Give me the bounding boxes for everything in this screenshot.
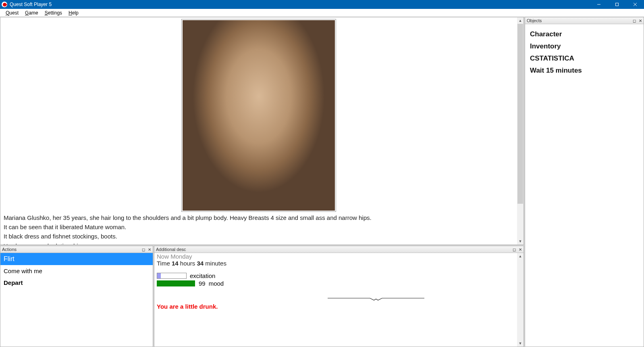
main-scrollbar[interactable]: ▲ ▼ xyxy=(517,17,524,245)
main-pane: Mariana Glushko, her 35 years, she hair … xyxy=(0,17,524,245)
actions-pane: Actions ◻ ✕ Flirt Come with me Depart xyxy=(0,246,153,347)
character-desc-3: It black dress and fishnet stockings, bo… xyxy=(2,232,515,241)
ornament-divider xyxy=(328,297,424,301)
action-come-with-me[interactable]: Come with me xyxy=(0,265,153,277)
pane-dock-icon[interactable]: ◻ xyxy=(141,247,146,252)
maximize-button[interactable] xyxy=(608,0,626,9)
pane-close-icon[interactable]: ✕ xyxy=(638,18,643,23)
titlebar: Quest Soft Player 5 xyxy=(0,0,644,9)
app-title: Quest Soft Player 5 xyxy=(10,2,52,7)
objects-pane: Objects ◻ ✕ Character Inventory CSTATIST… xyxy=(525,17,644,347)
addl-content: Now Monday Time 14 hours 34 minutes exci… xyxy=(154,253,524,347)
menu-settings[interactable]: Settings xyxy=(42,9,65,17)
object-character[interactable]: Character xyxy=(530,28,639,40)
mood-bar xyxy=(157,280,195,286)
pane-close-icon[interactable]: ✕ xyxy=(147,247,152,252)
objects-header: Objects ◻ ✕ xyxy=(525,17,644,24)
scroll-up-icon[interactable]: ▲ xyxy=(517,17,524,24)
scroll-up-icon[interactable]: ▲ xyxy=(517,253,524,259)
object-wait-15[interactable]: Wait 15 minutes xyxy=(530,65,639,77)
menubar: Quest Game Settings Help xyxy=(0,9,644,17)
time-line: Time 14 hours 34 minutes xyxy=(157,260,521,267)
bottom-row: Actions ◻ ✕ Flirt Come with me Depart Ad… xyxy=(0,246,524,347)
action-flirt[interactable]: Flirt xyxy=(0,253,153,265)
character-desc-4: You have a good relationship xyxy=(2,241,515,245)
svg-rect-1 xyxy=(615,3,618,6)
additional-desc-pane: Additional desc ◻ ✕ Now Monday Time 14 h… xyxy=(154,246,524,347)
now-day: Now Monday xyxy=(157,253,521,260)
object-inventory[interactable]: Inventory xyxy=(530,40,639,52)
character-desc-1: Mariana Glushko, her 35 years, she hair … xyxy=(2,213,515,222)
actions-list: Flirt Come with me Depart xyxy=(0,253,153,347)
mood-value: 99 xyxy=(199,280,206,287)
object-cstatistica[interactable]: CSTATISTICA xyxy=(530,52,639,65)
character-desc-2: It can be seen that it liberated Mature … xyxy=(2,222,515,232)
mood-label: mood xyxy=(209,280,224,287)
addl-scrollbar[interactable]: ▲ ▼ xyxy=(517,253,524,347)
excitation-label: excitation xyxy=(190,272,215,279)
scroll-down-icon[interactable]: ▼ xyxy=(517,238,524,245)
objects-header-label: Objects xyxy=(527,18,542,23)
character-image xyxy=(181,19,336,212)
minimize-button[interactable] xyxy=(590,0,608,9)
main-content: Mariana Glushko, her 35 years, she hair … xyxy=(0,17,517,245)
objects-list: Character Inventory CSTATISTICA Wait 15 … xyxy=(525,24,644,81)
scroll-down-icon[interactable]: ▼ xyxy=(517,340,524,347)
mood-row: 99 mood xyxy=(157,280,521,287)
workspace: Mariana Glushko, her 35 years, she hair … xyxy=(0,17,644,347)
addl-header: Additional desc ◻ ✕ xyxy=(154,246,524,253)
actions-header-label: Actions xyxy=(2,247,17,252)
excitation-row: excitation xyxy=(157,272,521,279)
excitation-bar xyxy=(157,273,187,279)
pane-dock-icon[interactable]: ◻ xyxy=(511,247,517,252)
menu-quest[interactable]: Quest xyxy=(2,9,22,17)
addl-header-label: Additional desc xyxy=(156,247,186,252)
app-icon xyxy=(2,2,7,7)
pane-close-icon[interactable]: ✕ xyxy=(517,247,523,252)
drunk-status: You are a little drunk. xyxy=(157,303,521,310)
action-depart[interactable]: Depart xyxy=(0,277,153,288)
pane-dock-icon[interactable]: ◻ xyxy=(632,18,637,23)
menu-game[interactable]: Game xyxy=(22,9,42,17)
menu-help[interactable]: Help xyxy=(65,9,82,17)
close-button[interactable] xyxy=(626,0,644,9)
actions-header: Actions ◻ ✕ xyxy=(0,246,153,253)
